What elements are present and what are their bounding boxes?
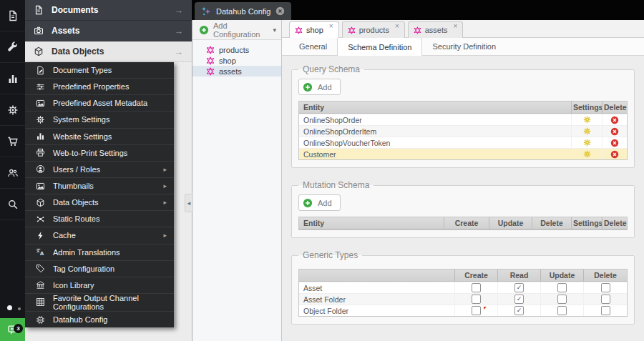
checkbox-create[interactable] (472, 306, 481, 315)
submenu-website-settings[interactable]: Website Settings (25, 129, 174, 145)
submenu-thumbnails[interactable]: Thumbnails▸ (25, 178, 174, 194)
reports-menu-button[interactable] (0, 63, 25, 94)
submenu-static-routes[interactable]: Static Routes (25, 211, 174, 227)
column-header-delete[interactable]: Delete (602, 217, 627, 229)
arrow-right-icon: → (174, 5, 183, 16)
table-row[interactable]: Asset Folder (299, 293, 627, 305)
column-header-name[interactable] (299, 270, 455, 281)
close-icon[interactable] (275, 6, 285, 16)
column-header-create[interactable]: Create (444, 217, 489, 229)
settings-gear-icon[interactable] (583, 139, 591, 147)
checkbox-update[interactable] (557, 283, 567, 292)
generic-types-fieldset: Generic Types Create Read Update Delete … (291, 250, 635, 325)
tools-menu-button[interactable] (0, 31, 25, 63)
tab-label: products (359, 26, 389, 34)
panel-collapse-handle[interactable]: ◂ (185, 194, 193, 212)
tab-security-definition[interactable]: Security Definition (422, 38, 506, 55)
submenu-tag-configuration[interactable]: Tag Configuration (25, 261, 174, 277)
column-header-settings[interactable]: Settings (572, 102, 602, 113)
column-header-entity[interactable]: Entity (299, 102, 572, 113)
file-menu-button[interactable] (0, 0, 25, 31)
nav-data-objects[interactable]: Data Objects → (25, 41, 192, 62)
table-row[interactable]: Asset (299, 282, 627, 293)
checkbox-delete[interactable] (601, 283, 610, 292)
column-header-entity[interactable]: Entity (299, 217, 444, 229)
delete-icon[interactable] (610, 116, 619, 124)
submenu-web-to-print-settings[interactable]: Web-to-Print Settings (25, 145, 174, 162)
submenu-data-objects[interactable]: Data Objects▸ (25, 194, 174, 211)
tab-shop[interactable]: shop × (289, 21, 339, 38)
tab-datahub-config[interactable]: Datahub Config (195, 2, 291, 20)
column-header-create[interactable]: Create (455, 270, 498, 281)
settings-menu-button[interactable] (0, 94, 25, 126)
tree-item-assets[interactable]: assets (192, 66, 281, 76)
tab-products[interactable]: products × (342, 21, 405, 38)
settings-gear-icon[interactable] (583, 150, 591, 158)
query-schema-add-button[interactable]: Add (298, 79, 341, 95)
checkbox-update[interactable] (557, 295, 567, 304)
checkbox-delete[interactable] (601, 295, 610, 304)
checkbox-delete[interactable] (601, 306, 610, 315)
tab-general[interactable]: General (289, 38, 337, 55)
config-tab-strip: shop × products × assets × (282, 20, 644, 38)
add-configuration-dropdown[interactable]: ▾ (270, 25, 279, 35)
checkbox-create[interactable] (472, 283, 481, 292)
tree-item-shop[interactable]: shop (192, 55, 281, 66)
tree-item-label: shop (219, 56, 236, 65)
lightning-icon (36, 231, 45, 240)
submenu-cache[interactable]: Cache▸ (25, 227, 174, 244)
submenu-system-settings[interactable]: System Settings (25, 112, 174, 128)
checkbox-update[interactable] (557, 306, 567, 315)
submenu-admin-translations[interactable]: Admin Translations (25, 244, 174, 261)
gear-icon (7, 104, 19, 116)
submenu-label: Document Types (53, 66, 112, 74)
delete-icon[interactable] (610, 139, 619, 147)
checkbox-read[interactable] (514, 283, 524, 292)
file-icon (7, 10, 19, 21)
caret-right-icon: ▸ (163, 199, 167, 206)
submenu-favorite-output-channel-configurations[interactable]: Favorite Output Channel Configurations (25, 294, 174, 312)
settings-gear-icon[interactable] (583, 116, 591, 124)
checkbox-read[interactable] (514, 295, 524, 304)
tab-schema-definition[interactable]: Schema Definition (337, 37, 422, 56)
query-schema-legend: Query Schema (298, 64, 364, 74)
search-menu-button[interactable] (0, 189, 25, 220)
column-header-delete[interactable]: Delete (532, 217, 572, 229)
delete-icon[interactable] (610, 127, 619, 136)
column-header-delete[interactable]: Delete (584, 270, 627, 281)
submenu-icon-library[interactable]: Icon Library (25, 277, 174, 294)
table-row[interactable]: OnlineShopVoucherToken (299, 137, 627, 148)
mutation-schema-add-button[interactable]: Add (298, 194, 341, 211)
column-header-update[interactable]: Update (489, 217, 532, 229)
submenu-predefined-properties[interactable]: Predefined Properties (25, 79, 174, 95)
delete-icon[interactable] (610, 150, 619, 159)
add-configuration-button[interactable]: Add Configuration (196, 20, 263, 40)
table-row-selected[interactable]: Customer (299, 148, 627, 159)
tree-item-products[interactable]: products (192, 44, 281, 55)
table-row[interactable]: Object Folder (299, 305, 627, 316)
status-dot-small (18, 307, 21, 310)
translate-icon (36, 247, 45, 257)
submenu-document-types[interactable]: Document Types (25, 62, 174, 79)
table-row[interactable]: OnlineShopOrderItem (299, 125, 627, 137)
chat-widget-button[interactable]: 3 (0, 318, 25, 341)
column-header-delete[interactable]: Delete (602, 102, 627, 113)
checkbox-create[interactable] (472, 295, 481, 304)
table-row[interactable]: OnlineShopOrder (299, 114, 627, 125)
column-header-read[interactable]: Read (498, 270, 541, 281)
generic-types-legend: Generic Types (298, 250, 362, 260)
submenu-datahub-config[interactable]: Datahub Config (25, 312, 174, 327)
checkbox-read[interactable] (514, 306, 524, 315)
submenu-users-roles[interactable]: Users / Roles▸ (25, 162, 174, 178)
users-menu-button[interactable] (0, 157, 25, 189)
nav-assets[interactable]: Assets → (25, 21, 192, 41)
bank-icon (36, 280, 45, 290)
nav-documents[interactable]: Documents → (25, 0, 192, 21)
column-header-update[interactable]: Update (541, 270, 584, 281)
settings-gear-icon[interactable] (583, 127, 591, 135)
ecommerce-menu-button[interactable] (0, 126, 25, 157)
tab-assets[interactable]: assets × (408, 21, 464, 38)
submenu-predefined-asset-metadata[interactable]: Predefined Asset Metadata (25, 95, 174, 112)
mutation-schema-fieldset: Mutation Schema Add Entity Create Update… (291, 180, 635, 238)
column-header-settings[interactable]: Settings (572, 217, 602, 229)
